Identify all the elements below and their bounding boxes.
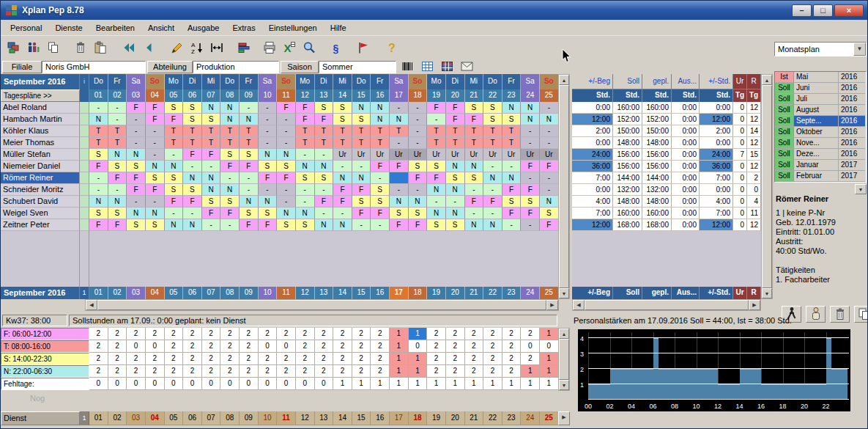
summary-cell[interactable]: 2 [127, 365, 146, 378]
shift-cell[interactable]: - [259, 125, 278, 137]
summary-cell[interactable]: 0 [315, 378, 334, 390]
shift-cell[interactable]: - [390, 137, 409, 149]
shift-cell[interactable]: N [540, 196, 559, 208]
shift-cell[interactable]: T [333, 137, 352, 149]
month-row[interactable]: IstMai2016 [775, 72, 866, 83]
excel-button[interactable]: X [279, 39, 299, 59]
edit-button[interactable] [167, 39, 187, 59]
employee-info-cell[interactable] [80, 219, 89, 231]
summary-cell[interactable]: 2 [296, 353, 315, 365]
shift-cell[interactable]: Ur [333, 149, 352, 161]
summary-cell[interactable]: 1 [409, 328, 428, 340]
shift-cell[interactable]: S [333, 102, 352, 114]
shift-cell[interactable]: T [108, 137, 127, 149]
shift-cell[interactable]: Ur [371, 149, 390, 161]
shift-cell[interactable]: T [390, 125, 409, 137]
shift-cell[interactable]: N [165, 219, 184, 231]
shift-cell[interactable]: S [352, 114, 371, 125]
summary-cell[interactable]: 0 [127, 340, 146, 353]
summary-cell[interactable]: 2 [277, 353, 296, 365]
shift-cell[interactable]: N [427, 208, 446, 219]
employee-info-cell[interactable] [80, 196, 89, 208]
summary-cell[interactable]: 1 [483, 378, 502, 390]
menu-personal[interactable]: Personal [4, 21, 48, 34]
summary-cell[interactable]: 1 [540, 328, 559, 340]
copy-button[interactable] [43, 39, 63, 59]
day-number-bottom[interactable]: 12 [296, 287, 315, 299]
shift-cell[interactable]: - [146, 196, 165, 208]
shift-cell[interactable]: F [352, 184, 371, 196]
summary-cell[interactable]: 2 [371, 340, 390, 353]
shift-cell[interactable]: F [427, 102, 446, 114]
summary-cell[interactable]: 2 [333, 365, 352, 378]
month-name[interactable]: Juni [794, 83, 839, 94]
shift-cell[interactable]: - [259, 184, 278, 196]
shift-cell[interactable]: N [483, 172, 502, 184]
summary-cell[interactable]: 2 [352, 353, 371, 365]
summary-cell[interactable]: 2 [371, 353, 390, 365]
summary-cell[interactable]: 2 [465, 328, 484, 340]
shift-cell[interactable]: S [296, 219, 315, 231]
summary-cell[interactable]: 2 [259, 353, 278, 365]
day-number-bottom[interactable]: 08 [220, 287, 240, 299]
shift-cell[interactable]: S [371, 196, 390, 208]
summary-cell[interactable]: 2 [483, 365, 502, 378]
main-vertical-scrollbar[interactable]: ▲▼ [558, 74, 570, 299]
maximize-button[interactable]: □ [813, 4, 833, 17]
scroll-thumb[interactable] [585, 300, 749, 310]
help-button[interactable]: ? [382, 39, 401, 59]
shift-cell[interactable]: - [540, 102, 559, 114]
shift-cell[interactable]: Ur [390, 149, 409, 161]
shift-cell[interactable]: - [352, 219, 371, 231]
shift-cell[interactable]: F [521, 161, 540, 172]
staff-stats-button[interactable] [23, 39, 43, 59]
dienst-day[interactable]: 03 [127, 411, 146, 425]
month-name[interactable]: Februar [794, 171, 839, 182]
dayplans-button[interactable]: Tagespläne >> [1, 89, 80, 102]
summary-cell[interactable]: 1 [465, 378, 484, 390]
day-number[interactable]: 08 [220, 89, 240, 102]
dienst-day[interactable]: 13 [315, 411, 334, 425]
scroll-up-icon[interactable]: ▲ [559, 329, 569, 339]
shift-cell[interactable]: S [296, 172, 315, 184]
shift-cell[interactable]: S [315, 172, 334, 184]
shift-cell[interactable]: N [89, 114, 108, 125]
dienst-day[interactable]: 21 [465, 411, 484, 425]
shift-cell[interactable]: Ur [483, 149, 502, 161]
shift-cell[interactable]: T [315, 125, 334, 137]
shift-cell[interactable]: N [108, 196, 127, 208]
shift-cell[interactable]: S [502, 196, 522, 208]
month-name[interactable]: Januar [794, 160, 839, 171]
shift-cell[interactable]: F [409, 172, 428, 184]
summary-cell[interactable]: 0 [240, 378, 259, 390]
summary-cell[interactable]: 2 [465, 365, 484, 378]
summary-cell[interactable]: 2 [502, 365, 522, 378]
hours-vertical-scrollbar[interactable]: ▲▼ [761, 74, 773, 299]
dienst-day[interactable]: 08 [220, 411, 240, 425]
barcode-button[interactable] [399, 61, 415, 73]
summary-cell[interactable]: 0 [521, 340, 540, 353]
shift-cell[interactable]: S [202, 196, 221, 208]
summary-cell[interactable]: 1 [540, 365, 559, 378]
shift-cell[interactable]: S [259, 161, 278, 172]
shift-cell[interactable]: F [502, 184, 522, 196]
shift-cell[interactable]: T [502, 125, 522, 137]
dienst-day[interactable]: 04 [146, 411, 165, 425]
grid-colored-button[interactable] [439, 61, 455, 73]
summary-cell[interactable]: 0 [183, 378, 202, 390]
shift-cell[interactable]: T [183, 137, 202, 149]
shift-cell[interactable]: - [409, 125, 428, 137]
day-number[interactable]: 13 [315, 89, 334, 102]
employee-name[interactable]: Schneider Moritz [1, 184, 80, 196]
search-button[interactable] [299, 39, 319, 59]
shift-cell[interactable]: N [315, 219, 334, 231]
shift-cell[interactable]: T [465, 125, 484, 137]
employee-info-cell[interactable] [80, 149, 89, 161]
summary-cell[interactable]: 0 [127, 378, 146, 390]
shift-cell[interactable]: N [296, 208, 315, 219]
summary-cell[interactable]: 2 [220, 365, 240, 378]
employee-info-cell[interactable] [80, 125, 89, 137]
day-number[interactable]: 05 [165, 89, 184, 102]
shift-cell[interactable]: - [409, 137, 428, 149]
shift-cell[interactable]: N [390, 196, 409, 208]
